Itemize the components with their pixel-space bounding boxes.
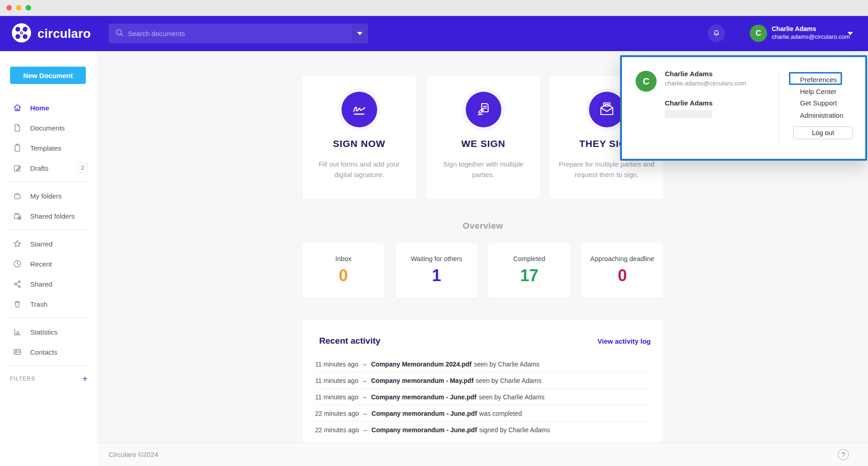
sidebar-item-drafts[interactable]: Drafts 2 <box>0 158 97 178</box>
avatar-initial: C <box>643 76 649 87</box>
sidebar-item-shared[interactable]: Shared <box>0 274 97 294</box>
sign-now-card[interactable]: SIGN NOW Fill out forms and add your dig… <box>302 76 416 199</box>
sidebar-item-starred[interactable]: Starred <box>0 234 97 254</box>
activity-separator: – <box>363 410 367 417</box>
activity-row[interactable]: 11 minutes ago – Company memorandum - Ma… <box>315 372 651 389</box>
stat-card-completed[interactable]: Completed 17 <box>488 243 570 298</box>
sidebar-item-label: Home <box>30 104 49 112</box>
activity-row[interactable]: 22 minutes ago – Company memorandum - Ju… <box>315 405 651 422</box>
activity-time: 11 minutes ago <box>315 377 358 384</box>
activity-action: signed by Charlie Adams <box>479 426 550 434</box>
stat-value: 0 <box>581 266 663 285</box>
clipboard-icon <box>13 143 22 152</box>
brand-logo[interactable]: circularo <box>11 22 91 45</box>
sidebar-item-label: Statistics <box>30 328 58 336</box>
stat-card-waiting[interactable]: Waiting for others 1 <box>395 243 478 298</box>
sidebar-item-label: Contacts <box>30 348 57 356</box>
app-header: circularo C Charli <box>0 16 868 51</box>
sidebar-item-contacts[interactable]: Contacts <box>0 342 97 362</box>
stat-card-inbox[interactable]: Inbox 0 <box>302 243 384 298</box>
brand-name: circularo <box>37 27 91 41</box>
activity-document-name: Company memorandum - June.pdf <box>372 426 477 434</box>
search-options-dropdown[interactable] <box>352 24 368 43</box>
new-document-button[interactable]: New Document <box>10 67 86 84</box>
activity-document-name: Company Memorandum 2024.pdf <box>371 361 472 368</box>
sidebar-item-label: Shared <box>30 280 52 288</box>
menu-item-administration[interactable]: Administration <box>800 111 843 120</box>
user-display-name: Charlie Adams <box>665 99 712 107</box>
chevron-down-icon <box>357 32 363 35</box>
sidebar-item-trash[interactable]: Trash <box>0 294 97 314</box>
share-icon <box>13 279 22 288</box>
we-sign-card[interactable]: WE SIGN Sign together with multiple part… <box>426 76 540 199</box>
window-zoom-button[interactable] <box>26 5 31 10</box>
sidebar-item-shared-folders[interactable]: Shared folders <box>0 206 97 226</box>
activity-time: 22 minutes ago <box>315 410 359 417</box>
activity-separator: – <box>363 361 367 368</box>
sidebar-item-documents[interactable]: Documents <box>0 118 97 138</box>
footer: Circularo ©2024 ? <box>97 443 868 466</box>
activity-action: was completed <box>479 410 522 417</box>
app-window: circularo C Charli <box>0 0 868 466</box>
we-sign-icon <box>466 92 501 127</box>
activity-separator: – <box>363 426 367 434</box>
avatar[interactable]: C <box>750 25 767 42</box>
activity-row[interactable]: 11 minutes ago – Company memorandum - Ju… <box>315 389 651 405</box>
sidebar-item-my-folders[interactable]: My folders <box>0 186 97 206</box>
shared-folder-icon <box>13 211 22 220</box>
card-description: Prepare for multiple parties and request… <box>558 159 655 180</box>
stat-card-deadline[interactable]: Approaching deadline 0 <box>581 243 663 298</box>
logout-button[interactable]: Log out <box>793 126 853 139</box>
sidebar-divider <box>6 182 90 182</box>
menu-item-get-support[interactable]: Get Support <box>800 99 837 108</box>
activity-action: seen by Charlie Adams <box>479 393 545 401</box>
sidebar-item-home[interactable]: Home <box>0 98 97 118</box>
bell-icon <box>712 28 721 39</box>
search-input[interactable] <box>124 30 352 37</box>
activity-row[interactable]: 11 minutes ago – Company Memorandum 2024… <box>315 356 651 372</box>
activity-action: seen by Charlie Adams <box>476 377 542 384</box>
recent-activity-card: Recent activity View activity log 11 min… <box>302 319 663 443</box>
sidebar-item-label: Recent <box>30 260 52 268</box>
sidebar-item-label: Starred <box>30 240 53 248</box>
chevron-down-icon <box>847 32 853 35</box>
menu-item-preferences[interactable]: Preferences <box>800 75 837 84</box>
add-filter-button[interactable]: + <box>82 374 88 383</box>
sidebar-item-label: Documents <box>30 124 65 132</box>
menu-item-help-center[interactable]: Help Center <box>800 87 836 96</box>
activity-time: 22 minutes ago <box>315 426 359 434</box>
search-icon <box>115 28 124 39</box>
bar-chart-icon <box>13 327 22 336</box>
activity-row[interactable]: 22 minutes ago – Company memorandum - Ju… <box>315 422 651 438</box>
notifications-button[interactable] <box>708 25 725 42</box>
stat-label: Completed <box>488 255 570 262</box>
window-titlebar <box>0 0 868 16</box>
window-minimize-button[interactable] <box>16 5 21 10</box>
avatar-initial: C <box>756 29 761 38</box>
sidebar-item-recent[interactable]: Recent <box>0 254 97 274</box>
menu-divider <box>779 73 779 146</box>
stat-value: 0 <box>302 266 384 285</box>
sidebar-divider <box>6 366 90 366</box>
clock-icon <box>13 259 22 268</box>
help-button[interactable]: ? <box>838 449 849 460</box>
sidebar-item-label: Templates <box>30 144 61 152</box>
user-chip[interactable]: Charlie Adams charlie.adams@circularo.co… <box>772 25 850 41</box>
user-menu-toggle[interactable] <box>847 32 853 35</box>
activity-separator: – <box>363 393 367 401</box>
star-icon <box>13 239 22 248</box>
stat-label: Waiting for others <box>395 255 478 262</box>
filters-label: FILTERS <box>10 376 35 382</box>
view-activity-log-link[interactable]: View activity log <box>598 337 651 345</box>
window-close-button[interactable] <box>6 5 12 10</box>
activity-action: seen by Charlie Adams <box>474 361 540 368</box>
activity-time: 11 minutes ago <box>315 393 358 401</box>
sidebar-item-templates[interactable]: Templates <box>0 138 97 158</box>
overview-title: Overview <box>302 221 663 231</box>
activity-document-name: Company memorandum - June.pdf <box>372 410 477 417</box>
document-icon <box>13 123 22 132</box>
sidebar-item-statistics[interactable]: Statistics <box>0 322 97 342</box>
card-title: SIGN NOW <box>302 138 416 149</box>
user-email: charlie.adams@circularo.com <box>665 80 746 87</box>
they-sign-icon <box>589 92 625 127</box>
